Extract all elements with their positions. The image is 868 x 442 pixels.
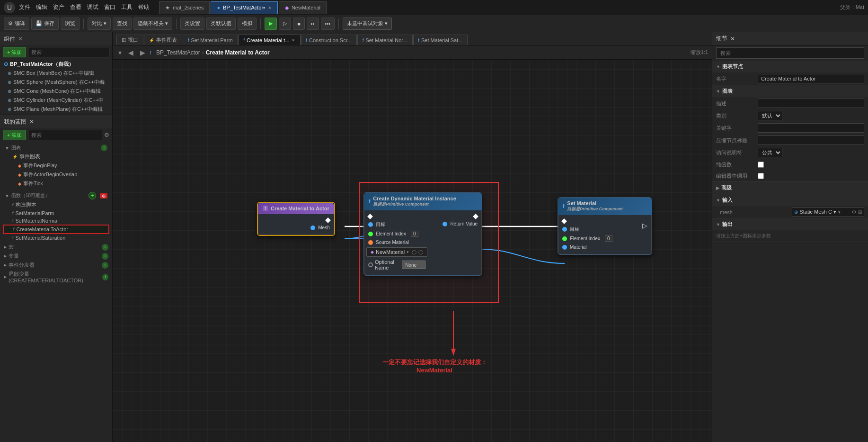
keyword-input[interactable] — [758, 123, 864, 133]
comp-smc-cone[interactable]: ⊕ SMC Cone (MeshCone) 在C++中编辑 — [0, 87, 112, 96]
setmat-material-in[interactable]: Material — [558, 243, 638, 251]
desc-input[interactable] — [758, 99, 864, 108]
graph-node-header[interactable]: ▼ 图表节点 — [712, 61, 868, 72]
comp-smc-plane[interactable]: ⊕ SMC Plane (MeshPlane) 在C++中编辑 — [0, 105, 112, 114]
source-mat-btn2[interactable]: ◯ — [418, 250, 423, 254]
node-set-material[interactable]: f Set Material 目标是Primitive Component — [558, 197, 652, 255]
comp-smc-cylinder[interactable]: ⊕ SMC Cylinder (MeshCylinder) 在C++中 — [0, 96, 112, 105]
tab-close-icon[interactable]: ✕ — [292, 38, 295, 43]
tab-bp-testmatactor[interactable]: ●BP_TestMatActor• ✕ — [211, 1, 277, 14]
cdmi-target-in[interactable]: 目标 — [364, 220, 429, 229]
event-graph-item[interactable]: ⚡ 事件图表 — [3, 152, 109, 161]
breadcrumb-current[interactable]: Create Material to Actor — [206, 49, 270, 56]
add-function-highlight-btn[interactable]: ⊕ — [100, 193, 107, 198]
cdmi-return-pin[interactable]: Return Value — [439, 220, 481, 228]
tab-set-mat-parm[interactable]: f Set Material Parm — [183, 35, 238, 45]
mesh-settings-icon[interactable]: ⚙ — [852, 209, 856, 215]
components-close-icon[interactable]: ✕ — [18, 36, 23, 42]
opt-name-input[interactable] — [402, 261, 425, 269]
tab-viewport[interactable]: ⊞ 视口 — [116, 35, 143, 45]
menu-window[interactable]: 窗口 — [104, 3, 115, 11]
event-actoroverlap[interactable]: ◆ 事件ActorBeginOverlap — [3, 170, 109, 179]
menu-asset[interactable]: 资产 — [53, 3, 64, 11]
macros-item[interactable]: ▶ 宏 + — [0, 243, 112, 252]
node-create-mat-actor[interactable]: f Create Material to Actor Mesh — [257, 202, 335, 236]
compile-btn[interactable]: ⚙ 编译 — [4, 18, 29, 30]
mesh-out-pin[interactable]: Mesh — [258, 224, 334, 232]
menu-help[interactable]: 帮助 — [138, 3, 150, 11]
play-btn[interactable]: ▶ — [265, 18, 277, 30]
local-vars-item[interactable]: ▶ 局部变量 (CREATEMATERIALTOACTOR) + — [0, 270, 112, 284]
add-graph-btn[interactable]: + — [101, 144, 107, 151]
comp-smc-box[interactable]: ⊕ SMC Box (MeshBox) 在C++中编辑 — [0, 69, 112, 78]
menu-tools[interactable]: 工具 — [121, 3, 133, 11]
setmat-elem-val[interactable]: 0 — [605, 235, 612, 242]
graph-section-header[interactable]: ▼ 图表 — [712, 85, 868, 97]
cdmi-source-mat-pin[interactable]: Source Material — [364, 238, 429, 246]
menu-file[interactable]: 文件 — [19, 3, 30, 11]
variables-item[interactable]: ▶ 变量 + — [0, 252, 112, 261]
source-mat-btn1[interactable]: ◯ — [412, 250, 416, 254]
detail-search-input[interactable] — [716, 47, 864, 59]
bp-gear-icon[interactable]: ⚙ — [104, 132, 109, 138]
menu-debug[interactable]: 调试 — [87, 3, 98, 11]
class-defaults-btn[interactable]: 类默认值 — [206, 18, 236, 30]
diff-btn[interactable]: 对比 ▾ — [88, 18, 111, 30]
add-function-btn[interactable]: + — [89, 192, 96, 199]
browse-btn[interactable]: 浏览 — [61, 18, 80, 30]
setmat-exec-in[interactable] — [558, 218, 638, 225]
tab-newmaterial[interactable]: ◆NewMaterial — [279, 1, 327, 14]
output-header[interactable]: ▼ 输出 — [712, 218, 868, 230]
add-macro-btn[interactable]: + — [102, 244, 108, 251]
tab-construction[interactable]: f Construction Scr... — [301, 35, 357, 45]
nav-dropdown-btn[interactable]: ▾ — [116, 48, 124, 57]
class-settings-btn[interactable]: 类设置 — [180, 18, 204, 30]
setmat-elem-index[interactable]: Element Index 0 — [558, 234, 638, 243]
cdmi-elem-val[interactable]: 0 — [411, 231, 418, 237]
debug-target-btn[interactable]: 未选中调试对象 ▾ — [343, 18, 392, 30]
event-beginplay[interactable]: ◆ 事件BeginPlay — [3, 161, 109, 170]
category-select[interactable]: 默认 — [758, 111, 782, 120]
access-select[interactable]: 公共 — [758, 148, 782, 157]
tab-event-graph[interactable]: ⚡ 事件图表 — [144, 35, 182, 45]
hide-unrelated-btn[interactable]: 隐藏不相关 ▾ — [133, 18, 172, 30]
play-next-btn[interactable]: ▷ — [279, 18, 291, 30]
stop-btn[interactable]: ■ — [293, 18, 305, 30]
tab-set-mat-nor[interactable]: f Set Material Nor... — [357, 35, 413, 45]
right-panel-close[interactable]: ✕ — [730, 36, 735, 42]
blueprint-canvas[interactable]: f Create Material to Actor Mesh — [113, 60, 712, 442]
tab-set-mat-sat[interactable]: f Set Material Sat... — [413, 35, 468, 45]
editor-call-checkbox[interactable] — [758, 173, 764, 179]
func-createmat[interactable]: f CreateMaterialToActor — [3, 225, 109, 234]
event-dispatchers-item[interactable]: ▶ 事件分发器 + — [0, 261, 112, 270]
nav-forward-btn[interactable]: ▶ — [138, 48, 147, 57]
add-dispatcher-btn[interactable]: + — [102, 262, 108, 269]
bp-search[interactable] — [28, 130, 102, 140]
my-blueprint-close[interactable]: ✕ — [29, 118, 34, 125]
cdmi-element-index[interactable]: Element Index 0 — [364, 229, 429, 238]
func-setmaterialsat[interactable]: f SetMaterialSaturation — [3, 234, 109, 242]
cdmi-exec-out[interactable] — [470, 213, 481, 220]
compact-input[interactable] — [758, 135, 864, 145]
mesh-param-value[interactable]: ⊕ Static Mesh C ▾ ▾ ⚙ ⊞ — [792, 207, 865, 216]
mesh-extra-icon[interactable]: ⊞ — [858, 209, 862, 215]
comp-smc-sphere[interactable]: ⊕ SMC Sphere (MeshSphere) 在C++中编 — [0, 78, 112, 87]
input-header[interactable]: ▼ 输入 — [712, 194, 868, 206]
menu-edit[interactable]: 编辑 — [36, 3, 47, 11]
nav-back-btn[interactable]: ◀ — [126, 48, 135, 57]
exec-out-pin[interactable] — [258, 217, 334, 224]
setmat-exec-out-arrow[interactable]: ▷ — [642, 222, 647, 229]
func-setmaterialnormal[interactable]: f SetMaterialNormal — [3, 217, 109, 225]
tab-create-mat[interactable]: f Create Material t... ✕ — [239, 35, 301, 45]
menu-view[interactable]: 查看 — [70, 3, 81, 11]
find-btn[interactable]: 查找 — [113, 18, 132, 30]
components-search[interactable] — [28, 47, 109, 57]
add-bp-btn[interactable]: + 添加 — [3, 130, 26, 140]
simulate-btn[interactable]: 模拟 — [238, 18, 257, 30]
setmat-target-in[interactable]: 目标 — [558, 225, 638, 234]
purity-checkbox[interactable] — [758, 162, 764, 168]
breadcrumb-root[interactable]: BP_TestMatActor — [156, 49, 200, 56]
add-component-btn[interactable]: + 添加 — [3, 47, 26, 57]
func-construct[interactable]: f 构造脚本 — [3, 200, 109, 209]
add-local-var-btn[interactable]: + — [102, 274, 108, 280]
